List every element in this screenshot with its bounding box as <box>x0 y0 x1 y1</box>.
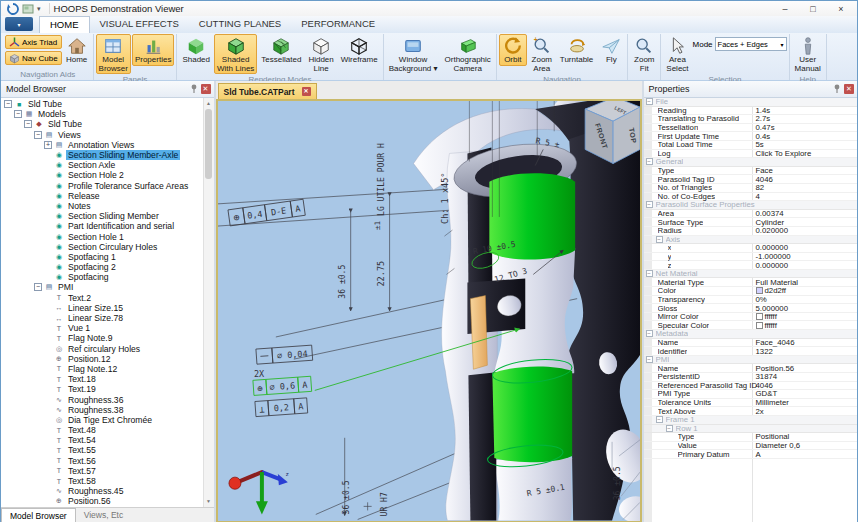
ribbon-button-zoom-fit[interactable]: ZoomFit <box>630 34 658 74</box>
group-collapse-icon[interactable]: − <box>646 356 653 363</box>
tree-item-sld-tube[interactable]: −◆Sld Tube <box>1 119 203 129</box>
ribbon-button-orbit[interactable]: Orbit <box>499 34 527 66</box>
tree-item-models[interactable]: −▦Models <box>1 109 203 119</box>
mode-dropdown[interactable]: Faces + Edges▾ <box>715 37 787 51</box>
close-button[interactable]: × <box>827 1 855 16</box>
tree-expander-icon[interactable]: − <box>14 110 22 118</box>
ribbon-button-hidden-line[interactable]: HiddenLine <box>305 34 336 74</box>
ribbon-button-shaded[interactable]: Shaded <box>179 34 213 66</box>
tree-item-section-sliding-member[interactable]: ◉Section Sliding Member <box>1 211 203 221</box>
group-collapse-icon[interactable]: − <box>666 425 673 432</box>
tree-item-text-56[interactable]: TText.56 <box>1 456 203 466</box>
tree-item-roughness-36[interactable]: ∿Roughness.36 <box>1 394 203 404</box>
tree-item-position-12[interactable]: ⊕Position.12 <box>1 354 203 364</box>
property-group-general[interactable]: −General <box>644 158 858 167</box>
group-collapse-icon[interactable]: − <box>646 201 653 208</box>
selected-face-lower[interactable] <box>492 367 572 463</box>
ribbon-button-user-manual[interactable]: UserManual <box>792 34 824 74</box>
tree-item-notes[interactable]: ◉Notes <box>1 201 203 211</box>
maximize-button[interactable]: □ <box>799 1 827 16</box>
ribbon-button-home[interactable]: Home <box>63 34 91 66</box>
highlighted-face-orange[interactable] <box>470 296 487 370</box>
group-collapse-icon[interactable]: − <box>656 236 663 243</box>
bottom-tab-views-etc[interactable]: Views, Etc <box>76 508 132 522</box>
property-row-identifier[interactable]: Identifier1322 <box>644 347 858 356</box>
group-collapse-icon[interactable]: − <box>646 270 653 277</box>
tree-item-roughness-45[interactable]: ∿Roughness.45 <box>1 486 203 496</box>
tree-expander-icon[interactable]: − <box>34 131 42 139</box>
tree-item-text-54[interactable]: TText.54 <box>1 435 203 445</box>
tree-item-text-19[interactable]: TText.19 <box>1 384 203 394</box>
property-group-axis[interactable]: −Axis <box>644 236 858 245</box>
tree-item-views[interactable]: −▤Views <box>1 130 203 140</box>
property-group-row-1[interactable]: −Row 1 <box>644 425 858 434</box>
ribbon-button-shaded-with-lines[interactable]: ShadedWith Lines <box>214 34 257 74</box>
property-row-primary-datum[interactable]: Primary DatumA <box>644 450 858 459</box>
panel-close-icon[interactable]: ✕ <box>201 84 211 94</box>
tree-item-text-58[interactable]: TText.58 <box>1 476 203 486</box>
property-group-parasolid-surface-properties[interactable]: −Parasolid Surface Properties <box>644 201 858 210</box>
ribbon-button-wireframe[interactable]: Wireframe <box>338 34 381 66</box>
tree-item-linear-size-15[interactable]: ↔Linear Size.15 <box>1 303 203 313</box>
ribbon-button-orthographic-camera[interactable]: OrthographicCamera <box>442 34 494 74</box>
property-row-x[interactable]: x0.000000 <box>644 244 858 253</box>
ribbon-button-properties[interactable]: Properties <box>132 34 174 66</box>
tree-expander-icon[interactable]: − <box>4 100 12 108</box>
tree-item-section-axle[interactable]: ◉Section Axle <box>1 160 203 170</box>
menu-tab-visual-effects[interactable]: VISUAL EFFECTS <box>90 16 189 33</box>
tree-item-roughness-38[interactable]: ∿Roughness.38 <box>1 405 203 415</box>
tree-expander-icon[interactable]: − <box>34 283 42 291</box>
tree-scrollbar[interactable]: ▲ ▼ <box>203 98 214 507</box>
group-collapse-icon[interactable]: − <box>646 330 653 337</box>
group-collapse-icon[interactable]: − <box>656 416 663 423</box>
menu-tab-cutting-planes[interactable]: CUTTING PLANES <box>189 16 291 33</box>
scroll-up-icon[interactable]: ▲ <box>203 98 214 109</box>
pin-icon[interactable] <box>190 84 198 94</box>
minimize-button[interactable]: – <box>771 1 799 16</box>
tree-item-section-hole-2[interactable]: ◉Section Hole 2 <box>1 170 203 180</box>
tree-item-vue-1[interactable]: TVue 1 <box>1 323 203 333</box>
scroll-down-icon[interactable]: ▼ <box>203 496 214 507</box>
ribbon-button-tessellated[interactable]: Tessellated <box>258 34 304 66</box>
ribbon-button-zoom-area[interactable]: +ZoomArea <box>528 34 556 74</box>
tree-item-text-48[interactable]: TText.48 <box>1 425 203 435</box>
menu-tab-home[interactable]: HOME <box>39 16 90 33</box>
tree-item-linear-size-78[interactable]: ↔Linear Size.78 <box>1 313 203 323</box>
property-row-type[interactable]: TypePositional <box>644 433 858 442</box>
ribbon-toggle-axis-triad[interactable]: Axis Triad <box>5 35 62 49</box>
tree-item-flag-note-12[interactable]: TFlag Note.12 <box>1 364 203 374</box>
tree-expander-icon[interactable]: − <box>24 120 32 128</box>
tree-item-section-sliding-member-axle[interactable]: ◉Section Sliding Member-Axle <box>1 150 203 160</box>
tree-item-text-2[interactable]: TText.2 <box>1 293 203 303</box>
tree-item-sld-tube[interactable]: −■Sld Tube <box>1 99 203 109</box>
ribbon-button-fly[interactable]: Fly <box>597 34 625 66</box>
ribbon-toggle-nav-cube[interactable]: Nav Cube <box>5 51 62 65</box>
tree-item-text-55[interactable]: TText.55 <box>1 445 203 455</box>
properties-close-icon[interactable]: ✕ <box>844 84 854 94</box>
tree-item-annotation-views[interactable]: +▤Annotation Views <box>1 140 203 150</box>
tree-item-ref-circulary-holes[interactable]: ◎Ref circulary Holes <box>1 344 203 354</box>
tree-item-release[interactable]: ◉Release <box>1 191 203 201</box>
menu-tab-performance[interactable]: PERFORMANCE <box>291 16 385 33</box>
tree-item-text-57[interactable]: TText.57 <box>1 466 203 476</box>
tree-item-section-circulary-holes[interactable]: ◉Section Circulary Holes <box>1 242 203 252</box>
group-collapse-icon[interactable]: − <box>646 98 653 105</box>
tree-item-text-18[interactable]: TText.18 <box>1 374 203 384</box>
scroll-thumb[interactable] <box>205 109 212 179</box>
document-close-icon[interactable]: ✕ <box>302 87 311 96</box>
group-collapse-icon[interactable]: − <box>646 158 653 165</box>
viewport[interactable]: ⊕ 0,4 D-E A ⌀ 0,04 2X <box>216 99 642 522</box>
bottom-tab-model-browser[interactable]: Model Browser <box>1 508 76 522</box>
document-tab[interactable]: Sld Tube.CATPart ✕ <box>218 83 317 99</box>
tree-item-dia-tige-ext-chrom-e[interactable]: ◎Dia Tige Ext Chromée <box>1 415 203 425</box>
app-menu-button[interactable]: ▾ <box>5 17 33 31</box>
tree-expander-icon[interactable]: + <box>44 141 52 149</box>
tree-item-position-56[interactable]: ⊕Position.56 <box>1 496 203 506</box>
tree-item-part-identification-and-serial[interactable]: ◉Part Identification and serial <box>1 221 203 231</box>
ribbon-button-turntable[interactable]: Turntable <box>557 34 597 66</box>
properties-pin-icon[interactable] <box>833 84 841 94</box>
ribbon-button-model-browser[interactable]: ModelBrowser <box>96 34 131 74</box>
tree-item-section-hole-1[interactable]: ◉Section Hole 1 <box>1 231 203 241</box>
app-logo-icon[interactable] <box>7 3 19 15</box>
tree-item-spotfacing-2[interactable]: ◉Spotfacing 2 <box>1 262 203 272</box>
